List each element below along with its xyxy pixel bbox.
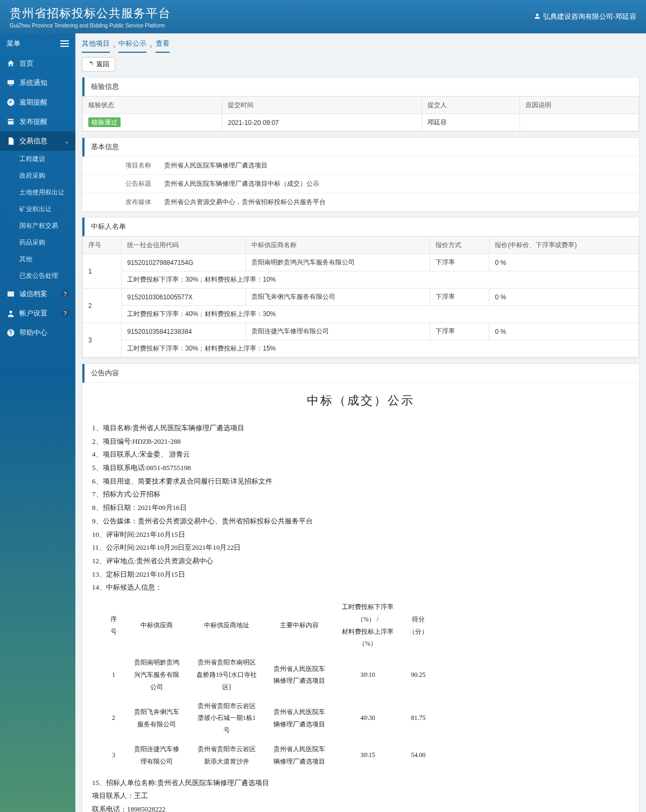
user-info[interactable]: 弘典建设咨询有限公司-邓廷容 — [533, 12, 636, 22]
sidebar-item-clock[interactable]: 逾期提醒 — [0, 93, 75, 112]
table-row: 3915201035841238384贵阳连捷汽车修理有限公司下浮率0 % — [83, 323, 639, 340]
announcement-line: 8、招标日期：2021年09月16日 — [92, 501, 629, 515]
table-row: 3贵阳连捷汽车修理有限公司贵州省贵阳市云岩区新添大道冒沙井贵州省人民医院车辆修理… — [103, 740, 436, 771]
announcement-panel: 公告内容 中标（成交）公示 1、项目名称:贵州省人民医院车辆修理厂遴选项目2、项… — [82, 363, 640, 812]
back-button[interactable]: 返回 — [82, 57, 115, 72]
cell-name: 贵阳飞奔俐汽车服务有限公司 — [245, 289, 430, 306]
cell-code: 91520102798847154G — [122, 254, 246, 271]
cell-seq: 2 — [103, 697, 124, 740]
col-header: 报价方式 — [430, 237, 489, 254]
sidebar-item-label: 发布提醒 — [19, 117, 47, 127]
kv-row: 发布媒体贵州省公共资源交易中心，贵州省招标投标公共服务平台 — [82, 193, 639, 211]
sidebar-subitem[interactable]: 工程建设 — [0, 151, 75, 167]
kv-label: 项目名称 — [82, 157, 158, 174]
sidebar-item-help[interactable]: 帮助中心 — [0, 323, 75, 342]
chevron-right-icon: › — [150, 42, 152, 50]
sidebar-subitem[interactable]: 已发公告处理 — [0, 268, 75, 284]
col-header: 得分（分） — [401, 598, 436, 653]
announcement-heading: 中标（成交）公示 — [82, 393, 639, 409]
back-label: 返回 — [96, 60, 109, 69]
cell-content: 贵州省人民医院车辆修理厂遴选项目 — [264, 740, 334, 771]
menu-toggle-icon[interactable] — [60, 40, 69, 47]
publish-icon — [6, 117, 15, 126]
announcement-line: 7、招标方式:公开招标 — [92, 488, 629, 501]
announcement-line: 10、评审时间:2021年10月15日 — [92, 528, 629, 542]
announcement-line: 12、评审地点:贵州省公共资源交易中心 — [92, 555, 629, 568]
cell-time: 2021-10-20 09:07 — [222, 114, 422, 131]
sidebar-subitem[interactable]: 政府采购 — [0, 167, 75, 184]
doc-icon — [6, 137, 15, 145]
table-row: 191520102798847154G贵阳南明黔贵鸿兴汽车服务有限公司下浮率0 … — [83, 254, 639, 271]
crumb-3[interactable]: 查看 — [156, 39, 170, 53]
col-header: 统一社会信用代码 — [122, 237, 246, 254]
sidebar-subitem[interactable]: 其他 — [0, 251, 75, 268]
cell-addr: 贵州省贵阳市云岩区垄坡小石城一期1栋1号 — [189, 697, 264, 740]
announcement-line: 1、项目名称:贵州省人民医院车辆修理厂遴选项目 — [92, 422, 629, 435]
sidebar-item-label: 交易信息 — [19, 136, 47, 146]
announcement-line: 4、项目联系人:宋金委、 游青云 — [92, 448, 629, 461]
verify-panel: 核验信息 核验状态 提交时间 提交人 原因说明 核验通过 2021-10-20 … — [82, 77, 640, 132]
cell-note: 工时费投标下浮率：40%；材料费投标上浮率：30% — [122, 306, 639, 323]
col-time: 提交时间 — [222, 97, 422, 114]
table-row: 291520103061005577X贵阳飞奔俐汽车服务有限公司下浮率0 % — [83, 289, 639, 306]
col-header: 中标供应商 — [124, 598, 189, 653]
table-row: 核验通过 2021-10-20 09:07 邓廷容 — [83, 114, 639, 131]
brand-subtitle: GuiZhou Province Tendering and Bidding P… — [10, 23, 171, 29]
cell-method: 下浮率 — [430, 254, 489, 271]
announcement-line: 14、中标候选人信息： — [92, 581, 629, 594]
sidebar-item-publish[interactable]: 发布提醒 — [0, 112, 75, 131]
sidebar-subitem[interactable]: 土地使用权出让 — [0, 184, 75, 201]
cell-seq: 1 — [83, 254, 122, 289]
cell-seq: 3 — [83, 323, 122, 358]
cell-seq: 1 — [103, 653, 124, 696]
table-row-note: 工时费投标下浮率：40%；材料费投标上浮率：30% — [83, 306, 639, 323]
sidebar-item-card[interactable]: 诚信档案? — [0, 284, 75, 304]
announcement-line: 15、招标人单位名称:贵州省人民医院车辆修理厂遴选项目 — [92, 776, 629, 790]
announcement-line: 9、公告媒体：贵州省公共资源交易中心、贵州省招标投标公共服务平台 — [92, 515, 629, 528]
col-header: 中标供应商名称 — [245, 237, 430, 254]
brand-title: 贵州省招标投标公共服务平台 — [10, 5, 171, 22]
kv-value: 贵州省人民医院车辆修理厂遴选项目中标（成交）公示 — [158, 175, 639, 193]
announcement-line: 2、项目编号:HDZB-2021-288 — [92, 435, 629, 449]
col-header: 主要中标内容 — [264, 598, 334, 653]
crumb-1[interactable]: 其他项目 — [82, 39, 110, 53]
cell-rate: 30\10 — [334, 653, 401, 696]
cell-content: 贵州省人民医院车辆修理厂遴选项目 — [264, 653, 334, 696]
basic-panel: 基本信息 项目名称贵州省人民医院车辆修理厂遴选项目公告标题贵州省人民医院车辆修理… — [82, 137, 640, 212]
cell-code: 915201035841238384 — [122, 323, 246, 340]
undo-icon — [88, 60, 94, 68]
sidebar-subitem[interactable]: 矿业权出让 — [0, 201, 75, 218]
cell-addr: 贵州省贵阳市云岩区新添大道冒沙井 — [189, 740, 264, 771]
sidebar-item-label: 逾期提醒 — [19, 97, 47, 107]
sidebar-item-user[interactable]: 帐户设置? — [0, 304, 75, 323]
kv-row: 公告标题贵州省人民医院车辆修理厂遴选项目中标（成交）公示 — [82, 175, 639, 193]
sidebar-subitem[interactable]: 国有产权交易 — [0, 218, 75, 234]
verify-title: 核验信息 — [82, 78, 639, 96]
col-header: 报价(中标价、下浮率或费率) — [489, 237, 639, 254]
breadcrumb: 其他项目 › 中标公示 › 查看 — [82, 39, 640, 53]
kv-label: 发布媒体 — [82, 193, 158, 211]
help-badge: ? — [61, 310, 69, 317]
crumb-2[interactable]: 中标公示 — [118, 39, 146, 53]
col-reason: 原因说明 — [520, 97, 639, 114]
cell-price: 0 % — [489, 254, 639, 271]
sidebar-item-label: 诚信档案 — [19, 289, 47, 299]
cell-rate: 30\15 — [334, 740, 401, 771]
help-badge: ? — [61, 290, 69, 298]
winners-panel: 中标人名单 序号统一社会信用代码中标供应商名称报价方式报价(中标价、下浮率或费率… — [82, 217, 640, 358]
sidebar-item-home[interactable]: 首页 — [0, 54, 75, 73]
clock-icon — [6, 98, 15, 107]
kv-label: 公告标题 — [82, 175, 158, 193]
user-icon — [533, 12, 541, 22]
announcement-line: 11、公示时间:2021年10月20日至2021年10月22日 — [92, 541, 629, 555]
user-name: 弘典建设咨询有限公司-邓廷容 — [543, 12, 636, 22]
winners-table: 序号统一社会信用代码中标供应商名称报价方式报价(中标价、下浮率或费率) 1915… — [82, 236, 639, 358]
cell-note: 工时费投标下浮率：30%；材料费投标上浮率：10% — [122, 271, 639, 289]
kv-row: 项目名称贵州省人民医院车辆修理厂遴选项目 — [82, 157, 639, 175]
menu-label: 菜单 — [6, 39, 20, 48]
sidebar-item-doc[interactable]: 交易信息⌄ — [0, 131, 75, 151]
cell-score: 90.25 — [401, 653, 436, 696]
sidebar-item-monitor[interactable]: 系统通知 — [0, 73, 75, 93]
announcement-line: 联系电话：18985028222 — [92, 803, 629, 812]
sidebar-subitem[interactable]: 药品采购 — [0, 234, 75, 251]
